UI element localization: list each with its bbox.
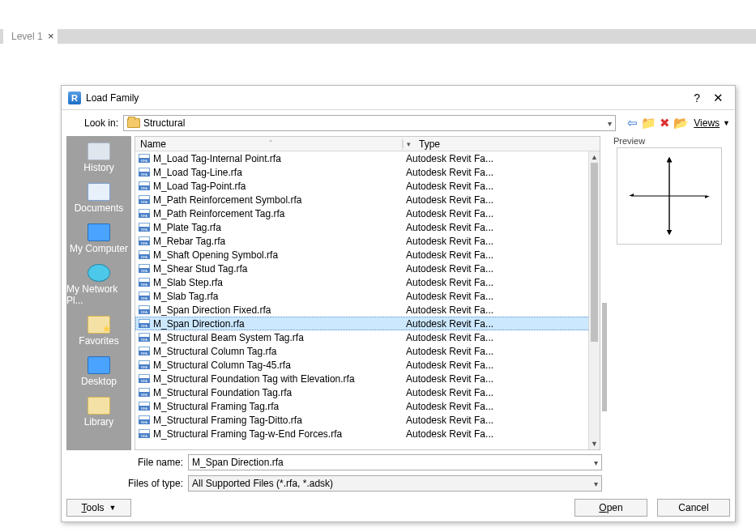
- file-row[interactable]: M_Load Tag-Internal Point.rfaAutodesk Re…: [135, 151, 600, 165]
- look-in-combo[interactable]: Structural ▾: [123, 115, 616, 131]
- back-icon[interactable]: ⇦: [624, 115, 640, 131]
- file-type: Autodesk Revit Fa...: [406, 291, 600, 302]
- load-family-dialog: R Load Family ? ✕ Look in: Structural ▾ …: [61, 85, 736, 522]
- up-folder-icon[interactable]: 📁: [640, 115, 656, 131]
- file-name: M_Structural Beam System Tag.rfa: [153, 332, 406, 343]
- file-row[interactable]: M_Shear Stud Tag.rfaAutodesk Revit Fa...: [135, 262, 600, 275]
- rfa-file-icon: [139, 168, 150, 177]
- dialog-title: Load Family: [86, 92, 686, 104]
- dialog-close-button[interactable]: ✕: [708, 91, 728, 105]
- file-type: Autodesk Revit Fa...: [406, 360, 600, 371]
- column-header-name[interactable]: Name ˄: [135, 138, 403, 150]
- places-item[interactable]: My Computer: [66, 220, 131, 257]
- places-item[interactable]: Favorites: [66, 313, 131, 350]
- rfa-file-icon: [139, 154, 150, 163]
- rfa-file-icon: [139, 388, 150, 397]
- file-row[interactable]: M_Structural Beam System Tag.rfaAutodesk…: [135, 330, 600, 344]
- scroll-down-icon[interactable]: ▼: [589, 438, 600, 449]
- places-item-label: My Computer: [70, 243, 128, 254]
- file-type: Autodesk Revit Fa...: [406, 373, 600, 385]
- file-name-combo[interactable]: M_Span Direction.rfa ▾: [188, 454, 602, 470]
- close-tab-icon[interactable]: ×: [48, 30, 54, 42]
- file-name: M_Path Reinforcement Tag.rfa: [153, 208, 406, 219]
- rfa-file-icon: [139, 429, 150, 438]
- file-row[interactable]: M_Shaft Opening Symbol.rfaAutodesk Revit…: [135, 248, 600, 262]
- file-name: M_Span Direction.rfa: [153, 318, 406, 330]
- places-item[interactable]: My Network Pl...: [66, 261, 131, 309]
- places-item[interactable]: Library: [66, 394, 131, 431]
- file-name: M_Structural Column Tag.rfa: [153, 346, 406, 357]
- file-name: M_Structural Framing Tag-Ditto.rfa: [153, 415, 406, 426]
- file-type: Autodesk Revit Fa...: [406, 263, 600, 275]
- file-type: Autodesk Revit Fa...: [406, 277, 600, 288]
- scroll-up-icon[interactable]: ▲: [589, 151, 600, 163]
- look-in-label: Look in:: [66, 117, 123, 129]
- file-row[interactable]: M_Structural Column Tag.rfaAutodesk Revi…: [135, 344, 600, 358]
- file-row[interactable]: M_Structural Framing Tag-w-End Forces.rf…: [135, 427, 600, 440]
- open-button[interactable]: Open: [574, 499, 647, 517]
- file-type: Autodesk Revit Fa...: [406, 167, 600, 178]
- cancel-button[interactable]: Cancel: [657, 499, 730, 517]
- file-name: M_Structural Framing Tag-w-End Forces.rf…: [153, 428, 406, 440]
- comp-icon: [88, 356, 110, 374]
- file-name: M_Load Tag-Line.rfa: [153, 167, 406, 178]
- rfa-file-icon: [139, 209, 150, 218]
- folder-icon: [88, 397, 110, 415]
- file-type-combo[interactable]: All Supported Files (*.rfa, *.adsk) ▾: [188, 475, 602, 492]
- new-folder-icon[interactable]: 📂: [673, 115, 689, 131]
- column-header-type[interactable]: Type: [414, 138, 600, 150]
- folder-star-icon: [88, 316, 110, 334]
- scroll-thumb[interactable]: [591, 163, 598, 342]
- file-name-value: M_Span Direction.rfa: [192, 457, 594, 468]
- file-row[interactable]: M_Span Direction Fixed.rfaAutodesk Revit…: [135, 303, 600, 317]
- file-type: Autodesk Revit Fa...: [406, 428, 600, 440]
- rfa-file-icon: [139, 374, 150, 383]
- view-tab-level1[interactable]: Level 1 ×: [3, 29, 58, 44]
- tab-label: Level 1: [11, 31, 43, 42]
- file-row[interactable]: M_Load Tag-Line.rfaAutodesk Revit Fa...: [135, 165, 600, 179]
- rfa-file-icon: [139, 305, 150, 314]
- file-row[interactable]: M_Structural Foundation Tag.rfaAutodesk …: [135, 385, 600, 399]
- file-list-scrollbar[interactable]: ▲ ▼: [588, 151, 600, 449]
- tools-menu-button[interactable]: Tools ▼: [66, 499, 131, 517]
- help-button[interactable]: ?: [686, 92, 708, 104]
- file-row[interactable]: M_Structural Framing Tag.rfaAutodesk Rev…: [135, 399, 600, 413]
- file-name: M_Load Tag-Point.rfa: [153, 181, 406, 192]
- file-row[interactable]: M_Load Tag-Point.rfaAutodesk Revit Fa...: [135, 179, 600, 193]
- file-row[interactable]: M_Structural Column Tag-45.rfaAutodesk R…: [135, 358, 600, 372]
- places-item[interactable]: Desktop: [66, 353, 131, 390]
- file-row[interactable]: M_Path Reinforcement Tag.rfaAutodesk Rev…: [135, 206, 600, 220]
- file-type: Autodesk Revit Fa...: [406, 346, 600, 357]
- folder-icon: [127, 118, 140, 128]
- file-list[interactable]: M_Load Tag-Internal Point.rfaAutodesk Re…: [135, 151, 600, 449]
- file-type: Autodesk Revit Fa...: [406, 304, 600, 316]
- views-menu-button[interactable]: Views: [694, 117, 720, 129]
- preview-panel: [617, 147, 722, 245]
- file-type: Autodesk Revit Fa...: [406, 208, 600, 219]
- outer-scrollbar-thumb[interactable]: [602, 303, 607, 411]
- file-row[interactable]: M_Rebar Tag.rfaAutodesk Revit Fa...: [135, 234, 600, 248]
- file-row[interactable]: M_Path Reinforcement Symbol.rfaAutodesk …: [135, 193, 600, 206]
- file-type: Autodesk Revit Fa...: [406, 181, 600, 192]
- file-name-label: File name:: [66, 457, 188, 468]
- file-row[interactable]: M_Plate Tag.rfaAutodesk Revit Fa...: [135, 220, 600, 234]
- delete-icon[interactable]: ✖: [656, 115, 673, 131]
- file-row[interactable]: M_Slab Step.rfaAutodesk Revit Fa...: [135, 275, 600, 289]
- places-item[interactable]: History: [66, 139, 131, 177]
- places-item[interactable]: Documents: [66, 180, 131, 217]
- places-item-label: Favorites: [79, 335, 118, 347]
- preview-label: Preview: [610, 136, 730, 146]
- column-name-dropdown[interactable]: ▾: [403, 140, 414, 148]
- file-name: M_Plate Tag.rfa: [153, 222, 406, 233]
- places-item-label: Library: [84, 416, 114, 428]
- file-name: M_Shear Stud Tag.rfa: [153, 263, 406, 275]
- file-row[interactable]: M_Slab Tag.rfaAutodesk Revit Fa...: [135, 289, 600, 303]
- rfa-file-icon: [139, 250, 150, 259]
- file-row[interactable]: M_Structural Foundation Tag with Elevati…: [135, 372, 600, 385]
- file-row[interactable]: M_Structural Framing Tag-Ditto.rfaAutode…: [135, 413, 600, 427]
- rfa-file-icon: [139, 333, 150, 342]
- file-row[interactable]: M_Span Direction.rfaAutodesk Revit Fa...: [135, 317, 600, 330]
- file-type: Autodesk Revit Fa...: [406, 318, 600, 330]
- file-name: M_Structural Foundation Tag with Elevati…: [153, 373, 406, 385]
- rfa-file-icon: [139, 319, 150, 328]
